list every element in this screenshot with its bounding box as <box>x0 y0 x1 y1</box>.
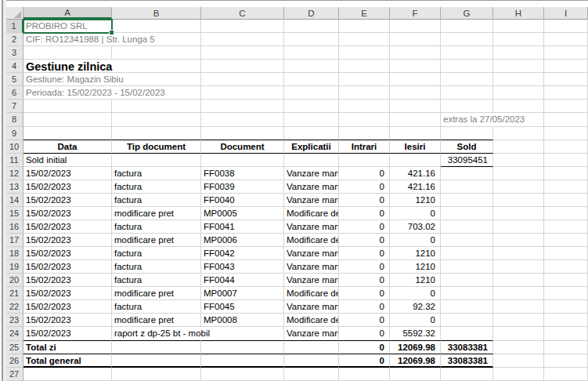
cell-E24[interactable]: 0 <box>339 327 390 340</box>
cell-A23[interactable]: 15/02/2023 <box>23 314 112 327</box>
cell-F20[interactable]: 1210 <box>390 274 441 287</box>
cell-D25[interactable] <box>284 341 339 354</box>
cell-H5[interactable] <box>493 73 544 86</box>
cell-H21[interactable] <box>493 287 544 300</box>
cell-I14[interactable] <box>544 194 588 207</box>
cell-H27[interactable] <box>493 368 544 381</box>
cell-G21[interactable] <box>441 287 493 300</box>
cell-F17[interactable]: 0 <box>390 234 441 247</box>
cell-H26[interactable] <box>493 354 544 368</box>
cell-G15[interactable] <box>441 207 493 220</box>
cell-C20[interactable]: FF0044 <box>201 274 284 287</box>
cell-A25[interactable]: Total zi <box>23 341 112 354</box>
cell-F10[interactable]: Iesiri <box>390 140 441 154</box>
cell-G18[interactable] <box>441 247 493 260</box>
cell-F5[interactable] <box>390 73 441 86</box>
cell-G20[interactable] <box>441 274 493 287</box>
cell-D20[interactable]: Vanzare marfa <box>284 274 339 287</box>
cell-F11[interactable] <box>390 154 441 167</box>
cell-C26[interactable] <box>201 354 284 368</box>
cell-B23[interactable]: modificare pret <box>112 314 201 327</box>
cell-I3[interactable] <box>544 46 588 60</box>
cell-I6[interactable] <box>544 86 588 100</box>
row-header-12[interactable]: 12 <box>0 167 23 180</box>
cell-G19[interactable] <box>441 260 493 274</box>
cell-I10[interactable] <box>544 140 588 154</box>
row-header-6[interactable]: 6 <box>0 86 23 100</box>
cell-B21[interactable]: modificare pret <box>112 287 201 300</box>
cell-G3[interactable] <box>441 46 493 60</box>
cell-D23[interactable]: Modificare de pret <box>284 314 339 327</box>
cell-H10[interactable] <box>493 140 544 154</box>
cell-E3[interactable] <box>339 46 390 60</box>
cell-E4[interactable] <box>339 60 390 73</box>
cell-A22[interactable]: 15/02/2023 <box>23 300 112 314</box>
cell-I2[interactable] <box>544 33 588 46</box>
cell-C1[interactable] <box>201 20 284 33</box>
cell-H18[interactable] <box>493 247 544 260</box>
cell-D13[interactable]: Vanzare marfa <box>284 180 339 194</box>
cell-E8[interactable] <box>339 113 390 126</box>
cell-E6[interactable] <box>339 86 390 100</box>
cell-A12[interactable]: 15/02/2023 <box>23 167 112 180</box>
cell-H15[interactable] <box>493 207 544 220</box>
cell-I26[interactable] <box>544 354 588 368</box>
cell-F1[interactable] <box>390 20 441 33</box>
cell-D19[interactable]: Vanzare marfa <box>284 260 339 274</box>
cell-G2[interactable] <box>441 33 493 46</box>
row-header-22[interactable]: 22 <box>0 300 23 314</box>
cell-B4[interactable] <box>112 60 201 73</box>
cell-C6[interactable] <box>201 86 284 100</box>
cell-F15[interactable]: 0 <box>390 207 441 220</box>
cell-A26[interactable]: Total general <box>23 354 112 368</box>
cell-C7[interactable] <box>201 100 284 113</box>
cell-E10[interactable]: Intrari <box>339 140 390 154</box>
cell-H9[interactable] <box>493 127 544 140</box>
cell-D8[interactable] <box>284 113 339 126</box>
cell-I16[interactable] <box>544 220 588 234</box>
cell-C16[interactable]: FF0041 <box>201 220 284 234</box>
cell-G25[interactable]: 33083381 <box>441 341 493 354</box>
cell-B12[interactable]: factura <box>112 167 201 180</box>
cell-A21[interactable]: 15/02/2023 <box>23 287 112 300</box>
cell-E21[interactable]: 0 <box>339 287 390 300</box>
cell-E12[interactable]: 0 <box>339 167 390 180</box>
cell-G17[interactable] <box>441 234 493 247</box>
cell-A2[interactable]: CIF: RO12341988 | Str. Lunga 5 <box>23 33 112 46</box>
cell-G4[interactable] <box>441 60 493 73</box>
cell-B27[interactable] <box>112 368 201 381</box>
cell-H22[interactable] <box>493 300 544 314</box>
cell-B26[interactable] <box>112 354 201 368</box>
cell-I22[interactable] <box>544 300 588 314</box>
cell-I27[interactable] <box>544 368 588 381</box>
cell-A1[interactable]: PROBIRO SRL <box>23 20 112 33</box>
cell-A24[interactable]: 15/02/2023 <box>23 327 112 340</box>
cell-A4[interactable]: Gestiune zilnica <box>23 60 112 73</box>
row-header-19[interactable]: 19 <box>0 260 23 274</box>
cell-E17[interactable]: 0 <box>339 234 390 247</box>
cell-C25[interactable] <box>201 341 284 354</box>
cell-E18[interactable]: 0 <box>339 247 390 260</box>
cell-D1[interactable] <box>284 20 339 33</box>
cell-I8[interactable] <box>544 113 588 126</box>
row-header-15[interactable]: 15 <box>0 207 23 220</box>
cell-E27[interactable] <box>339 368 390 381</box>
cell-E5[interactable] <box>339 73 390 86</box>
cell-C18[interactable]: FF0042 <box>201 247 284 260</box>
cell-A13[interactable]: 15/02/2023 <box>23 180 112 194</box>
cell-E22[interactable]: 0 <box>339 300 390 314</box>
cell-C15[interactable]: MP0005 <box>201 207 284 220</box>
cell-A27[interactable] <box>23 368 112 381</box>
cell-E23[interactable]: 0 <box>339 314 390 327</box>
cell-I20[interactable] <box>544 274 588 287</box>
cell-A20[interactable]: 15/02/2023 <box>23 274 112 287</box>
cell-C23[interactable]: MP0008 <box>201 314 284 327</box>
cell-B24[interactable]: raport z dp-25 bt - mobil <box>112 327 201 340</box>
cell-B17[interactable]: modificare pret <box>112 234 201 247</box>
cell-A19[interactable]: 15/02/2023 <box>23 260 112 274</box>
row-header-13[interactable]: 13 <box>0 180 23 194</box>
cell-H7[interactable] <box>493 100 544 113</box>
cell-B3[interactable] <box>112 46 201 60</box>
cell-I4[interactable] <box>544 60 588 73</box>
cell-D2[interactable] <box>284 33 339 46</box>
